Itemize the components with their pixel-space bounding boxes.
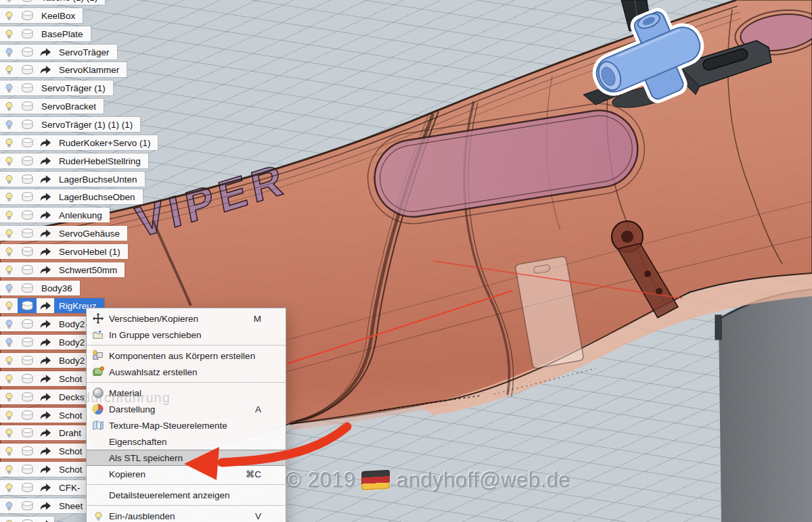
body-icon-cell[interactable] <box>18 498 37 513</box>
menu-item-komponenten-aus-körpern-erstellen[interactable]: Komponenten aus Körpern erstellen <box>87 348 286 364</box>
visibility-toggle[interactable] <box>0 517 18 522</box>
sidebar-item-label[interactable]: ServoTräger (1) (1) (1) <box>37 117 140 132</box>
sidebar-item-label[interactable]: Schwert50mm <box>54 262 125 277</box>
sidebar-item-label[interactable]: Anlenkung <box>54 208 110 222</box>
sidebar-item-label[interactable]: Sheet <box>54 498 90 513</box>
sidebar-item-body2[interactable]: Body2 <box>0 353 92 368</box>
visibility-toggle[interactable] <box>0 8 18 23</box>
body-icon-cell[interactable] <box>18 425 37 440</box>
body-icon-cell[interactable] <box>18 62 37 77</box>
body-icon-cell[interactable] <box>18 172 37 187</box>
body-icon-cell[interactable] <box>18 8 37 23</box>
visibility-toggle[interactable] <box>0 335 18 350</box>
sidebar-item-label[interactable]: RuderHebelStellring <box>54 153 148 168</box>
visibility-toggle[interactable] <box>0 189 18 204</box>
visibility-toggle[interactable] <box>0 408 18 423</box>
sidebar-item-lagerbuchseunten[interactable]: LagerBuchseUnten <box>0 172 145 187</box>
sidebar-item-servobracket[interactable]: ServoBracket <box>0 99 104 114</box>
keel-fin[interactable] <box>715 289 812 522</box>
body-icon-cell[interactable] <box>18 316 37 331</box>
visibility-toggle[interactable] <box>0 172 18 187</box>
sidebar-item-label[interactable]: Schot <box>54 444 90 458</box>
sidebar-item-label[interactable]: Tasche (1) (1) <box>37 0 105 5</box>
visibility-toggle[interactable] <box>0 316 18 331</box>
visibility-toggle[interactable] <box>0 153 18 168</box>
sidebar-item-label[interactable]: Schot <box>54 408 90 423</box>
body-icon-cell[interactable] <box>18 281 37 295</box>
body-icon-cell[interactable] <box>18 189 37 204</box>
sidebar-item-label[interactable]: ServoBracket <box>37 99 104 114</box>
visibility-toggle[interactable] <box>0 244 18 259</box>
visibility-toggle[interactable] <box>0 208 18 222</box>
sidebar-item-schot[interactable]: Schot <box>0 408 90 423</box>
body-icon-cell[interactable] <box>18 444 37 458</box>
visibility-toggle[interactable] <box>0 26 18 41</box>
body-icon-cell[interactable] <box>18 480 37 495</box>
body-icon-cell[interactable] <box>18 117 37 132</box>
body-icon-cell[interactable] <box>18 353 37 368</box>
visibility-toggle[interactable] <box>0 371 18 386</box>
sidebar-item-tasche-1-1[interactable]: Tasche (1) (1) <box>0 0 105 5</box>
body-icon-cell[interactable] <box>18 153 37 168</box>
menu-item-kopieren[interactable]: Kopieren⌘C <box>87 466 286 482</box>
visibility-toggle[interactable] <box>0 444 18 458</box>
sidebar-item-servoklammer[interactable]: ServoKlammer <box>0 62 127 77</box>
body-icon-cell[interactable] <box>18 371 37 386</box>
sidebar-item-label[interactable]: BasePlate <box>37 26 91 41</box>
sidebar-item-anlenkung[interactable]: Anlenkung <box>0 208 110 222</box>
sidebar-item-schot[interactable]: Schot <box>0 371 90 386</box>
menu-item-auswahlsatz-erstellen[interactable]: Auswahlsatz erstellen <box>87 364 286 380</box>
body-icon-cell[interactable] <box>18 262 37 277</box>
sidebar-item-sheet[interactable]: Sheet <box>0 498 90 513</box>
sidebar-item-keelbox[interactable]: KeelBox <box>0 8 83 23</box>
body-icon-cell[interactable] <box>18 45 37 60</box>
sidebar-item-label[interactable]: ServoHebel (1) <box>54 244 128 259</box>
body-icon-cell[interactable] <box>18 335 37 350</box>
body-icon-cell[interactable] <box>18 135 37 150</box>
sidebar-item-decks[interactable]: Decks <box>0 389 92 404</box>
sidebar-item-ruderkoker-servo-1[interactable]: RuderKoker+Servo (1) <box>0 135 158 150</box>
sidebar-item-ruderhebelstellring[interactable]: RuderHebelStellring <box>0 153 148 168</box>
sidebar-item-schot[interactable]: Schot <box>0 462 90 477</box>
sidebar-item-label[interactable]: Body36 <box>37 281 80 295</box>
visibility-toggle[interactable] <box>0 353 18 368</box>
visibility-toggle[interactable] <box>0 45 18 60</box>
body-icon-cell[interactable] <box>18 244 37 259</box>
sidebar-item-label[interactable]: LagerBuchseOben <box>54 189 143 204</box>
visibility-toggle[interactable] <box>0 298 18 313</box>
sidebar-item-label[interactable]: ServoKlammer <box>54 62 127 77</box>
sidebar-item-schwert50mm[interactable]: Schwert50mm <box>0 262 125 277</box>
visibility-toggle[interactable] <box>0 135 18 150</box>
menu-item-material[interactable]: Material <box>87 385 286 401</box>
body-icon-cell[interactable] <box>18 408 37 423</box>
visibility-toggle[interactable] <box>0 262 18 277</box>
sidebar-item-item[interactable] <box>0 517 54 522</box>
sidebar-item-lagerbuchseoben[interactable]: LagerBuchseOben <box>0 189 143 204</box>
sidebar-item-body2[interactable]: Body2 <box>0 316 92 331</box>
sidebar-item-label[interactable]: LagerBuchseUnten <box>54 172 145 187</box>
sidebar-item-label[interactable]: ServoTräger <box>54 45 117 60</box>
menu-item-als-stl-speichern[interactable]: Als STL speichern <box>87 450 286 466</box>
sidebar-item-label[interactable]: KeelBox <box>37 8 83 23</box>
sidebar-item-servoträger[interactable]: ServoTräger <box>0 45 117 60</box>
visibility-toggle[interactable] <box>0 117 18 132</box>
body-icon-cell[interactable] <box>18 26 37 41</box>
sidebar-item-schot[interactable]: Schot <box>0 444 90 458</box>
sidebar-item-servoträger-1[interactable]: ServoTräger (1) <box>0 80 113 95</box>
sidebar-item-label[interactable]: CFK- <box>54 480 88 495</box>
body-icon-cell[interactable] <box>18 226 37 241</box>
visibility-toggle[interactable] <box>0 226 18 241</box>
body-icon-cell[interactable] <box>18 462 37 477</box>
body-icon-cell[interactable] <box>18 208 37 222</box>
visibility-toggle[interactable] <box>0 62 18 77</box>
body-icon-cell[interactable] <box>18 517 37 522</box>
menu-item-darstellung[interactable]: DarstellungA <box>87 401 286 417</box>
sidebar-item-label[interactable]: ServoTräger (1) <box>37 80 113 95</box>
visibility-toggle[interactable] <box>0 425 18 440</box>
sidebar-item-servohebel-1[interactable]: ServoHebel (1) <box>0 244 128 259</box>
sidebar-item-label[interactable]: Schot <box>54 462 90 477</box>
visibility-toggle[interactable] <box>0 480 18 495</box>
menu-item-detailsteuerelement-anzeigen[interactable]: Detailsteuerelement anzeigen <box>87 487 286 503</box>
sidebar-item-label[interactable]: Draht <box>54 425 89 440</box>
body-icon-cell[interactable] <box>18 0 37 5</box>
